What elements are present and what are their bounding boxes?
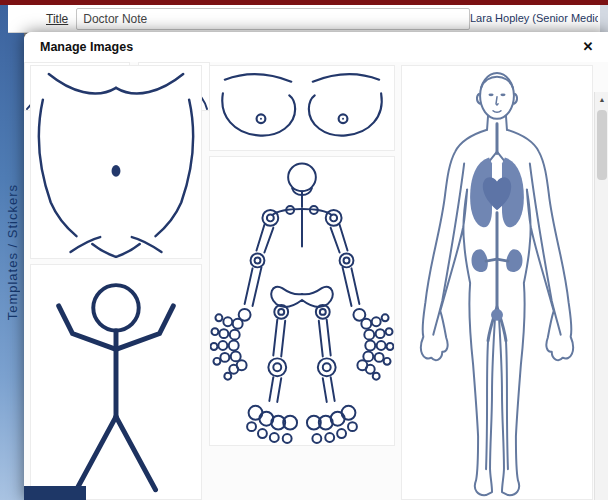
abdomen-outline-image bbox=[31, 66, 201, 258]
scroll-up-arrow-icon[interactable]: ▲ bbox=[595, 92, 608, 108]
title-label: Title bbox=[46, 12, 68, 26]
logged-in-user-text: Lara Hopley (Senior Medical Office bbox=[470, 12, 598, 24]
dialog-title: Manage Images bbox=[40, 40, 133, 54]
dialog-header: Manage Images ✕ bbox=[24, 32, 608, 62]
image-tile-breasts-outline[interactable] bbox=[209, 65, 395, 151]
skeleton-homunculus-image bbox=[210, 157, 394, 445]
dialog-scrollbar[interactable]: ▲ bbox=[594, 92, 608, 500]
templates-stickers-vertical-tab[interactable]: Templates / Stickers bbox=[0, 5, 24, 500]
image-tile-abdomen-outline[interactable] bbox=[30, 65, 202, 259]
image-tile-anatomy-figure[interactable] bbox=[401, 65, 593, 500]
close-icon[interactable]: ✕ bbox=[580, 39, 596, 55]
title-input[interactable] bbox=[76, 8, 470, 30]
manage-images-dialog: Manage Images ✕ bbox=[24, 32, 608, 500]
vertical-tab-label: Templates / Stickers bbox=[5, 184, 20, 320]
image-gallery: ▲ bbox=[24, 62, 608, 500]
page-scrollbar-fragment[interactable] bbox=[600, 5, 608, 32]
anatomy-figure-image bbox=[402, 66, 592, 499]
bottom-left-panel-fragment bbox=[24, 486, 86, 500]
scrollbar-thumb[interactable] bbox=[597, 110, 607, 180]
image-tile-stick-figure[interactable] bbox=[30, 264, 202, 500]
stick-figure-image bbox=[31, 265, 201, 499]
document-toolbar: Title Lara Hopley (Senior Medical Office bbox=[8, 5, 600, 33]
window-top-strip bbox=[0, 0, 608, 5]
image-tile-skeleton-homunculus[interactable] bbox=[209, 156, 395, 446]
breasts-outline-image bbox=[210, 66, 394, 150]
